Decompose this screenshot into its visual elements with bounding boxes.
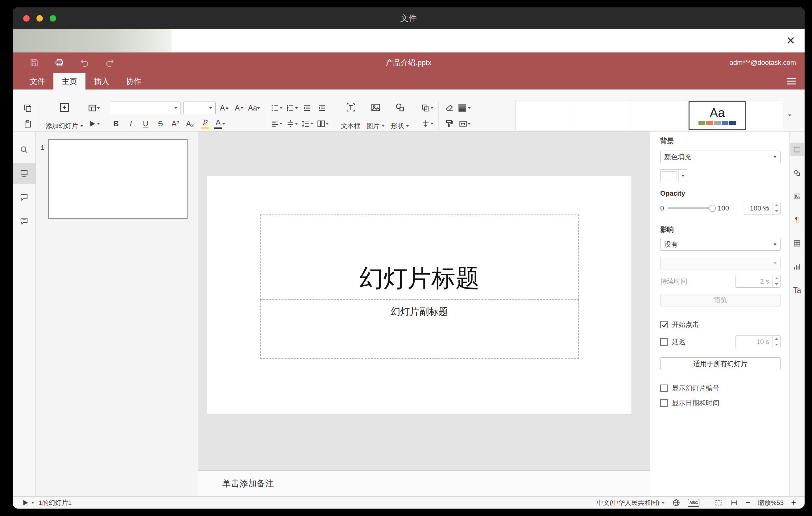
add-slide-button[interactable]: 添加幻灯片: [42, 101, 86, 131]
decrease-font-button[interactable]: A: [232, 101, 246, 115]
effect-type-select[interactable]: [660, 257, 781, 269]
line-spacing-button[interactable]: [300, 117, 315, 131]
increase-indent-button[interactable]: [315, 101, 329, 115]
close-window-button[interactable]: [23, 15, 30, 22]
start-slideshow-statusbar-button[interactable]: [21, 499, 34, 507]
theme-slot[interactable]: [746, 101, 783, 130]
duration-field[interactable]: 2 s: [735, 275, 781, 288]
find-button[interactable]: [13, 140, 35, 160]
tab-collaboration[interactable]: 协作: [118, 73, 150, 89]
theme-slot[interactable]: [573, 101, 631, 130]
superscript-button[interactable]: A²: [168, 117, 182, 131]
menu-hamburger-icon[interactable]: [787, 76, 796, 86]
tab-home[interactable]: 主页: [53, 73, 85, 89]
tab-insert[interactable]: 插入: [85, 73, 118, 89]
theme-slot-selected[interactable]: Aa: [689, 101, 746, 130]
start-on-click-checkbox[interactable]: [660, 321, 668, 328]
image-settings-button[interactable]: [790, 190, 804, 203]
background-color-picker[interactable]: [660, 169, 687, 182]
subscript-button[interactable]: A₂: [183, 117, 197, 131]
window-title: 文件: [401, 13, 417, 24]
theme-slot[interactable]: [631, 101, 689, 130]
opacity-slider[interactable]: [668, 207, 714, 209]
language-selector[interactable]: 中文(中华人民共和国): [597, 498, 665, 507]
change-case-button[interactable]: Aa: [247, 101, 261, 115]
italic-button[interactable]: I: [124, 117, 138, 131]
underline-button[interactable]: U: [139, 117, 153, 131]
opacity-slider-knob[interactable]: [709, 205, 716, 212]
font-color-button[interactable]: A: [212, 117, 227, 131]
tab-file[interactable]: 文件: [21, 73, 53, 89]
chat-panel-button[interactable]: [13, 211, 35, 231]
theme-slot[interactable]: [516, 101, 573, 130]
chart-settings-button[interactable]: [790, 260, 804, 274]
font-name-combo[interactable]: [110, 102, 181, 114]
spellcheck-button[interactable]: ABC: [688, 499, 699, 507]
font-size-combo[interactable]: [183, 102, 216, 114]
background-fill-select[interactable]: 颜色填充: [660, 151, 781, 163]
slide-fill-color-button[interactable]: [457, 101, 472, 115]
notes-area[interactable]: 单击添加备注: [198, 470, 650, 496]
copy-button[interactable]: [21, 101, 35, 115]
show-date-time-checkbox[interactable]: [660, 399, 668, 407]
clear-style-button[interactable]: [442, 101, 457, 115]
slides-panel-button[interactable]: [13, 163, 35, 183]
decrease-indent-button[interactable]: [300, 101, 314, 115]
numbering-button[interactable]: [285, 101, 299, 115]
increase-font-button[interactable]: A: [217, 101, 231, 115]
redo-button[interactable]: [101, 55, 119, 70]
slide-settings-button[interactable]: [790, 143, 804, 156]
preview-button[interactable]: 预览: [660, 294, 781, 307]
spinner-up[interactable]: [773, 275, 780, 282]
fit-width-button[interactable]: [730, 499, 738, 507]
table-settings-button[interactable]: [790, 236, 804, 250]
paragraph-settings-button[interactable]: ¶: [790, 213, 804, 227]
vertical-align-button[interactable]: [285, 117, 299, 131]
print-button[interactable]: [50, 55, 68, 70]
save-button[interactable]: [25, 55, 43, 70]
theme-gallery-expand-button[interactable]: [783, 101, 796, 130]
undo-button[interactable]: [76, 55, 93, 70]
effect-select[interactable]: 没有: [660, 238, 781, 251]
shape-settings-button[interactable]: [790, 166, 804, 180]
delay-checkbox[interactable]: [660, 338, 668, 346]
comments-panel-button[interactable]: [13, 187, 35, 207]
horizontal-align-button[interactable]: [269, 117, 284, 131]
copy-style-button[interactable]: [442, 117, 457, 131]
slide-size-button[interactable]: [457, 117, 472, 131]
color-picker-expand[interactable]: [678, 170, 687, 182]
spinner-up[interactable]: [773, 336, 780, 342]
strikeout-button[interactable]: S: [153, 117, 168, 131]
opacity-value-field[interactable]: 100 %: [743, 202, 781, 214]
bullets-button[interactable]: [269, 101, 284, 115]
text-art-settings-button[interactable]: Ta: [790, 283, 804, 297]
spinner-down[interactable]: [773, 282, 780, 288]
spinner-down[interactable]: [773, 208, 780, 214]
columns-button[interactable]: [315, 117, 330, 131]
zoom-out-button[interactable]: −: [745, 498, 750, 507]
delay-field[interactable]: 10 s: [735, 336, 781, 348]
insert-image-button[interactable]: 图片: [364, 101, 388, 131]
highlight-color-button[interactable]: [198, 117, 212, 131]
slide-title-placeholder[interactable]: 幻灯片标题: [260, 214, 579, 300]
show-slide-number-checkbox[interactable]: [660, 384, 668, 392]
arrange-shapes-button[interactable]: [420, 101, 435, 115]
insert-textbox-button[interactable]: 文本框: [338, 101, 364, 131]
insert-shape-button[interactable]: 形状: [388, 101, 412, 131]
start-slideshow-button[interactable]: [86, 117, 101, 131]
slide-subtitle-placeholder[interactable]: 幻灯片副标题: [260, 300, 579, 359]
bold-button[interactable]: B: [109, 117, 123, 131]
close-preview-icon[interactable]: ✕: [786, 35, 795, 46]
fit-slide-button[interactable]: [715, 499, 723, 507]
maximize-window-button[interactable]: [50, 15, 56, 22]
align-shapes-button[interactable]: [420, 117, 435, 131]
slide-layout-button[interactable]: [86, 101, 101, 115]
document-language-button[interactable]: [672, 499, 680, 507]
spinner-up[interactable]: [773, 202, 780, 208]
paste-button[interactable]: [21, 117, 35, 131]
apply-to-all-slides-button[interactable]: 适用于所有幻灯片: [660, 357, 781, 370]
spinner-down[interactable]: [773, 342, 780, 348]
zoom-in-button[interactable]: +: [791, 498, 796, 507]
minimize-window-button[interactable]: [36, 15, 43, 22]
slide-thumbnail[interactable]: [48, 139, 187, 219]
